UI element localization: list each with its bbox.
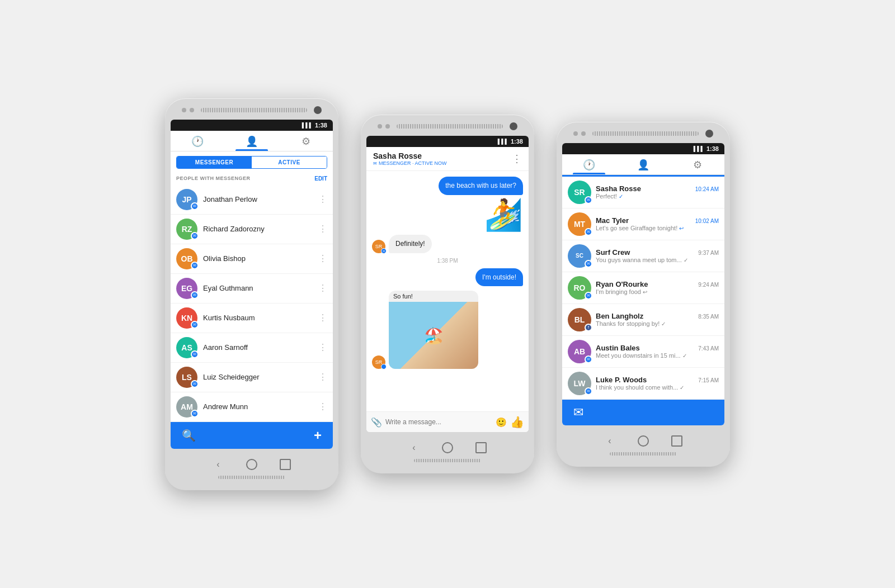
back-button-1[interactable]: ‹: [213, 459, 224, 470]
conv-ben[interactable]: BL f Ben Langholz 8:35 AM Thanks for sto…: [562, 304, 724, 336]
more-richard[interactable]: ⋮: [318, 224, 327, 234]
recv-avatar: SR ✉: [372, 240, 385, 253]
search-icon[interactable]: 🔍: [182, 429, 196, 442]
conv-content-luke: Luke P. Woods 7:15 AM I think you should…: [596, 376, 719, 391]
emoji-icon[interactable]: 🙂: [496, 417, 507, 428]
conv-mac[interactable]: MT ✉ Mac Tyler 10:02 AM Let's go see Gir…: [562, 208, 724, 240]
tab-contacts-1[interactable]: 👤: [225, 135, 279, 151]
conv-content-austin: Austin Bales 7:43 AM Meet you downstairs…: [596, 344, 719, 359]
conv-surf[interactable]: SC ✉ Surf Crew 9:37 AM You guys wanna me…: [562, 240, 724, 272]
time-3: 1:38: [706, 145, 719, 152]
name-kurtis: Kurtis Nusbaum: [203, 314, 318, 322]
back-button-3[interactable]: ‹: [604, 435, 615, 447]
badge-aaron: ✉: [191, 350, 199, 358]
conv-text-ryan: I'm bringing food: [596, 288, 641, 295]
contact-olivia[interactable]: OB ✉ Olivia Bishop ⋮: [171, 244, 333, 274]
more-jonathan[interactable]: ⋮: [318, 194, 327, 205]
conv-check-ryan: ↩: [643, 289, 647, 295]
action-bar-3: ✉: [562, 400, 724, 425]
recents-button-3[interactable]: [671, 435, 682, 447]
conv-time-austin: 7:43 AM: [698, 345, 719, 352]
conv-content-sasha: Sasha Rosse 10:24 AM Perfect! ✓: [596, 184, 719, 200]
contact-eyal[interactable]: EG ✉ Eyal Guthmann ⋮: [171, 274, 333, 304]
time-1: 1:38: [315, 122, 327, 129]
phone-3: ▌▌▌ 1:38 🕐 👤 ⚙ SR ✉ Sasha Rosse 10:24 AM: [557, 122, 730, 467]
dot-3: [378, 124, 382, 129]
add-icon[interactable]: +: [314, 428, 322, 443]
conv-content-mac: Mac Tyler 10:02 AM Let's go see Giraffag…: [596, 216, 719, 231]
badge-sasha: ✉: [585, 196, 592, 204]
conv-content-ben: Ben Langholz 8:35 AM Thanks for stopping…: [596, 312, 719, 327]
contact-andrew[interactable]: AM ✉ Andrew Munn ⋮: [171, 392, 333, 422]
tab-contacts-3[interactable]: 👤: [616, 159, 671, 174]
name-jonathan: Jonathan Perlow: [203, 195, 318, 203]
name-andrew: Andrew Munn: [203, 402, 318, 411]
conv-preview-mac: Let's go see Giraffage tonight! ↩: [596, 225, 719, 231]
conv-check-sasha: ✓: [619, 193, 623, 200]
edit-button-1[interactable]: EDIT: [314, 176, 327, 182]
signal-icon-2: ▌▌▌: [498, 139, 508, 144]
photo-caption: So fun!: [389, 291, 478, 302]
msg-recv-container: SR ✉ Definitely!: [372, 235, 523, 253]
tab-active[interactable]: ACTIVE: [252, 157, 327, 168]
conv-time-ben: 8:35 AM: [698, 314, 719, 320]
conv-name-ryan: Ryan O'Rourke: [596, 280, 648, 288]
contact-jonathan[interactable]: JP ✉ Jonathan Perlow ⋮: [171, 185, 333, 215]
nav-buttons-1: ‹: [213, 454, 291, 472]
phone-top-3: [562, 130, 724, 143]
tab-recent-1[interactable]: 🕐: [171, 135, 225, 151]
badge-olivia: ✉: [191, 262, 199, 269]
conv-ryan[interactable]: RO ✉ Ryan O'Rourke 9:24 AM I'm bringing …: [562, 272, 724, 304]
conv-preview-austin: Meet you downstairs in 15 mi... ✓: [596, 352, 719, 359]
bottom-speaker-3: [610, 452, 677, 456]
recents-button-1[interactable]: [280, 459, 291, 470]
conv-header-sasha: Sasha Rosse 10:24 AM: [596, 184, 719, 193]
name-aaron: Aaron Sarnoff: [203, 343, 318, 352]
more-eyal[interactable]: ⋮: [318, 283, 327, 293]
back-button-2[interactable]: ‹: [408, 442, 420, 453]
tab-settings-3[interactable]: ⚙: [670, 159, 724, 174]
conv-luke[interactable]: LW ✉ Luke P. Woods 7:15 AM I think you s…: [562, 368, 724, 400]
home-button-1[interactable]: [246, 459, 257, 470]
status-bar-3: ▌▌▌ 1:38: [562, 143, 724, 154]
name-eyal: Eyal Guthmann: [203, 284, 318, 292]
recv-badge: ✉: [381, 248, 387, 254]
contact-aaron[interactable]: AS ✉ Aaron Sarnoff ⋮: [171, 333, 333, 363]
nav-buttons-3: ‹: [604, 431, 682, 449]
conv-name-luke: Luke P. Woods: [596, 376, 647, 384]
messenger-tabs-1: MESSENGER ACTIVE: [176, 156, 327, 169]
phone-top-2: [366, 122, 529, 136]
avatar-wrap-richard: RZ ✉: [176, 219, 197, 240]
compose-icon[interactable]: ✉: [573, 405, 583, 420]
like-button[interactable]: 👍: [510, 415, 524, 429]
more-aaron[interactable]: ⋮: [318, 342, 327, 353]
conv-austin[interactable]: AB ✉ Austin Bales 7:43 AM Meet you downs…: [562, 336, 724, 368]
message-input[interactable]: [385, 418, 492, 426]
contact-kurtis[interactable]: KN ✉ Kurtis Nusbaum ⋮: [171, 304, 333, 333]
conv-name-austin: Austin Bales: [596, 344, 640, 352]
contact-luiz[interactable]: LS ✉ Luiz Scheidegger ⋮: [171, 363, 333, 392]
avatar-wrap-jonathan: JP ✉: [176, 189, 197, 210]
more-kurtis[interactable]: ⋮: [318, 312, 327, 323]
home-button-2[interactable]: [442, 442, 453, 453]
msg-photo-container: SR So fun! 🏖️: [372, 291, 523, 369]
conv-sasha[interactable]: SR ✉ Sasha Rosse 10:24 AM Perfect! ✓: [562, 177, 724, 208]
more-andrew[interactable]: ⋮: [318, 401, 327, 412]
avatar-wrap-olivia: OB ✉: [176, 248, 197, 269]
more-olivia[interactable]: ⋮: [318, 253, 327, 264]
contact-richard[interactable]: RZ ✉ Richard Zadorozny ⋮: [171, 215, 333, 244]
conv-content-surf: Surf Crew 9:37 AM You guys wanna meet up…: [596, 248, 719, 263]
attachment-icon[interactable]: 📎: [371, 417, 382, 428]
name-luiz: Luiz Scheidegger: [203, 373, 318, 381]
chat-more-icon[interactable]: ⋮: [512, 153, 522, 165]
recents-button-2[interactable]: [475, 442, 487, 453]
screen-3: ▌▌▌ 1:38 🕐 👤 ⚙ SR ✉ Sasha Rosse 10:24 AM: [562, 143, 724, 425]
tab-settings-1[interactable]: ⚙: [279, 135, 333, 151]
tab-messenger[interactable]: MESSENGER: [177, 157, 252, 168]
home-button-3[interactable]: [638, 435, 649, 447]
chat-input-bar: 📎 🙂 👍: [366, 411, 529, 432]
tab-recent-3[interactable]: 🕐: [562, 159, 616, 174]
conv-check-surf: ✓: [684, 257, 688, 263]
camera-2: [510, 122, 517, 130]
more-luiz[interactable]: ⋮: [318, 372, 327, 382]
